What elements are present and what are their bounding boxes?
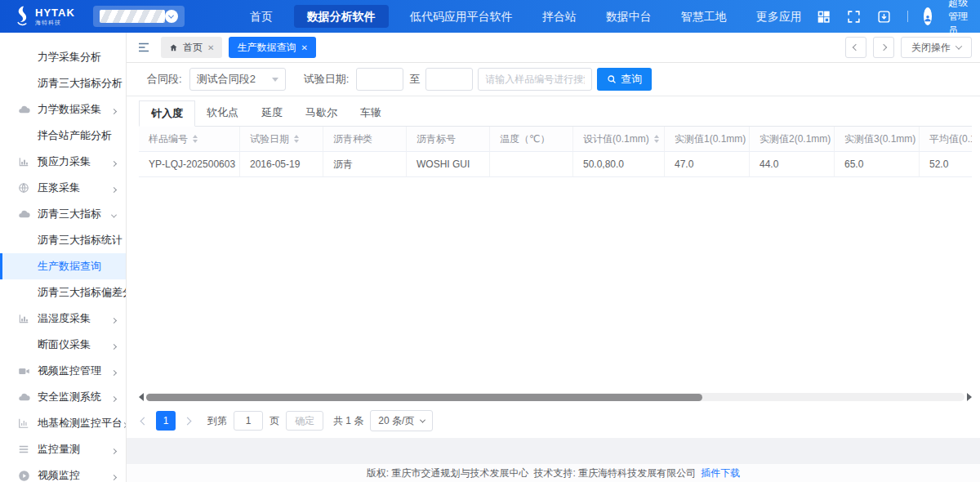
scrollbar-thumb[interactable] xyxy=(146,394,702,401)
nav-item-mixing-station[interactable]: 拌合站 xyxy=(528,0,591,33)
table-header-row: 样品编号 试验日期 沥青种类 沥青标号 xyxy=(139,127,972,152)
cell-measured-2: 44.0 xyxy=(750,152,835,177)
sidebar-item-mechanics-analysis[interactable]: 力学采集分析 xyxy=(0,44,126,70)
cloud-icon xyxy=(18,208,30,221)
sidebar-item-asphalt-three[interactable]: 沥青三大指标 xyxy=(0,201,126,227)
sidebar-item-temp-humidity-collect[interactable]: 温湿度采集 xyxy=(0,306,126,332)
cell-asphalt-type: 沥青 xyxy=(323,152,407,177)
prev-page-button[interactable] xyxy=(139,418,149,424)
download-box-icon[interactable] xyxy=(877,10,891,24)
tabs-scroll-left-button[interactable] xyxy=(845,37,866,58)
brand-name: HYTAK xyxy=(35,7,75,18)
sidebar-item-mixing-capacity[interactable]: 拌合站产能分析 xyxy=(0,123,126,149)
sort-icon[interactable] xyxy=(294,135,299,143)
tab-rutting[interactable]: 车辙 xyxy=(349,100,393,126)
sidebar-item-prestress-collect[interactable]: 预应力采集 xyxy=(0,149,126,175)
apps-grid-icon[interactable] xyxy=(817,10,831,24)
user-name[interactable]: 超级管理员 xyxy=(948,0,970,38)
close-tab-icon[interactable]: ✕ xyxy=(207,43,214,52)
cell-temperature xyxy=(490,152,573,177)
sidebar-item-safety-monitoring[interactable]: 安全监测系统 xyxy=(0,384,126,410)
sidebar-item-profiler-collect[interactable]: 断面仪采集 xyxy=(0,332,126,358)
sidebar-item-video-surveillance[interactable]: 视频监控 xyxy=(0,462,126,482)
cell-design-value: 50.0,80.0 xyxy=(573,152,665,177)
table-row[interactable]: YP-LQJ-202500603 2016-05-19 沥青 WOSHI GUI… xyxy=(139,152,972,177)
tabs-scroll-right-button[interactable] xyxy=(873,37,894,58)
chevron-down-icon xyxy=(272,78,278,82)
close-tab-icon[interactable]: ✕ xyxy=(301,43,307,52)
col-header-asphalt-grade: 沥青标号 xyxy=(407,127,490,152)
column-chart-icon xyxy=(18,417,30,430)
scroll-right-arrow-icon[interactable] xyxy=(967,393,972,401)
home-icon xyxy=(169,43,178,52)
expand-arrow-icon xyxy=(112,182,116,194)
sidebar-item-asphalt-three-analysis[interactable]: 沥青三大指标分析 xyxy=(0,70,126,96)
bar-chart-icon xyxy=(18,313,30,325)
col-header-test-date[interactable]: 试验日期 xyxy=(240,127,323,152)
col-header-design-value[interactable]: 设计值(0.1mm) xyxy=(573,127,665,152)
cell-measured-1: 47.0 xyxy=(665,152,750,177)
nav-item-smart-site[interactable]: 智慧工地 xyxy=(666,0,742,33)
expand-arrow-icon xyxy=(112,470,116,482)
next-page-button[interactable] xyxy=(182,418,193,424)
tab-penetration[interactable]: 针入度 xyxy=(139,100,195,127)
jump-page-input[interactable] xyxy=(234,411,263,431)
app-window: HYTAK 海特科技 首页 数据分析软件 低代码应用平台软件 拌合站 数据中台 … xyxy=(0,0,980,482)
col-header-sample-id[interactable]: 样品编号 xyxy=(139,127,240,152)
sidebar-item-foundation-monitoring[interactable]: 地基检测监控平台 xyxy=(0,410,126,436)
page-tab-home[interactable]: 首页 ✕ xyxy=(161,37,222,58)
date-to-input[interactable] xyxy=(425,68,473,91)
sample-search-input[interactable] xyxy=(478,68,592,91)
scroll-left-arrow-icon[interactable] xyxy=(139,393,144,401)
close-operations-button[interactable]: 关闭操作 xyxy=(901,37,972,58)
sidebar-item-grouting-collect[interactable]: 压浆采集 xyxy=(0,175,126,201)
date-from-input[interactable] xyxy=(356,68,403,91)
sort-icon[interactable] xyxy=(654,135,659,143)
contract-select[interactable]: 测试合同段2 xyxy=(189,68,286,91)
data-table: 样品编号 试验日期 沥青种类 沥青标号 xyxy=(139,127,972,177)
scrollbar-track[interactable] xyxy=(146,393,964,401)
plugin-download-link[interactable]: 插件下载 xyxy=(701,466,740,480)
expand-arrow-icon xyxy=(112,365,116,377)
tab-marshall[interactable]: 马歇尔 xyxy=(294,100,349,126)
sidebar-item-video-surveillance-mgmt[interactable]: 视频监控管理 xyxy=(0,358,126,384)
contract-label: 合同段: xyxy=(147,72,182,87)
jump-prefix-label: 到第 xyxy=(207,414,227,428)
sidebar-item-monitoring-measurement[interactable]: 监控量测 xyxy=(0,436,126,462)
tab-ductility[interactable]: 延度 xyxy=(250,100,294,126)
copyright-text: 版权: 重庆市交通规划与技术发展中心 xyxy=(367,466,529,480)
query-button[interactable]: 查询 xyxy=(597,68,652,91)
fullscreen-icon[interactable] xyxy=(847,10,861,24)
nav-item-more-apps[interactable]: 更多应用 xyxy=(742,0,817,33)
search-icon xyxy=(607,74,617,84)
nav-item-data-center[interactable]: 数据中台 xyxy=(591,0,666,33)
project-selector[interactable] xyxy=(93,6,185,27)
page-size-select[interactable]: 20 条/页 xyxy=(370,410,433,431)
nav-item-lowcode-platform[interactable]: 低代码应用平台软件 xyxy=(395,0,528,33)
col-header-temperature: 温度（℃） xyxy=(490,127,573,152)
main-navigation: 首页 数据分析软件 低代码应用平台软件 拌合站 数据中台 智慧工地 更多应用 xyxy=(235,0,817,33)
horizontal-scrollbar xyxy=(139,392,972,402)
empty-space xyxy=(139,177,972,392)
selector-dropdown-icon[interactable] xyxy=(165,10,178,23)
col-header-measured-1: 实测值1(0.1mm) xyxy=(665,127,750,152)
sort-icon[interactable] xyxy=(193,135,198,143)
user-avatar[interactable] xyxy=(924,7,932,25)
confirm-jump-button[interactable]: 确定 xyxy=(286,411,323,431)
chevron-down-icon xyxy=(956,42,962,49)
play-circle-icon xyxy=(18,470,30,482)
globe-icon xyxy=(18,182,30,194)
page-tab-production-data-query[interactable]: 生产数据查询 ✕ xyxy=(229,37,315,58)
page-number-button[interactable]: 1 xyxy=(156,411,176,431)
tab-softening-point[interactable]: 软化点 xyxy=(195,100,250,126)
sidebar-item-production-data-query[interactable]: 生产数据查询 xyxy=(0,253,126,279)
sidebar-item-asphalt-three-stats[interactable]: 沥青三大指标统计 xyxy=(0,227,126,253)
expand-arrow-icon xyxy=(112,104,116,116)
nav-item-home[interactable]: 首页 xyxy=(235,0,287,33)
sidebar-item-mechanics-collect[interactable]: 力学数据采集 xyxy=(0,96,126,123)
nav-item-data-analysis[interactable]: 数据分析软件 xyxy=(294,5,389,28)
sidebar-item-asphalt-deviation-analysis[interactable]: 沥青三大指标偏差分析 xyxy=(0,279,126,306)
collapse-sidebar-icon[interactable] xyxy=(136,40,151,55)
support-text: 技术支持: 重庆海特科技发展有限公司 xyxy=(534,466,697,480)
test-date-label: 试验日期: xyxy=(304,72,350,87)
